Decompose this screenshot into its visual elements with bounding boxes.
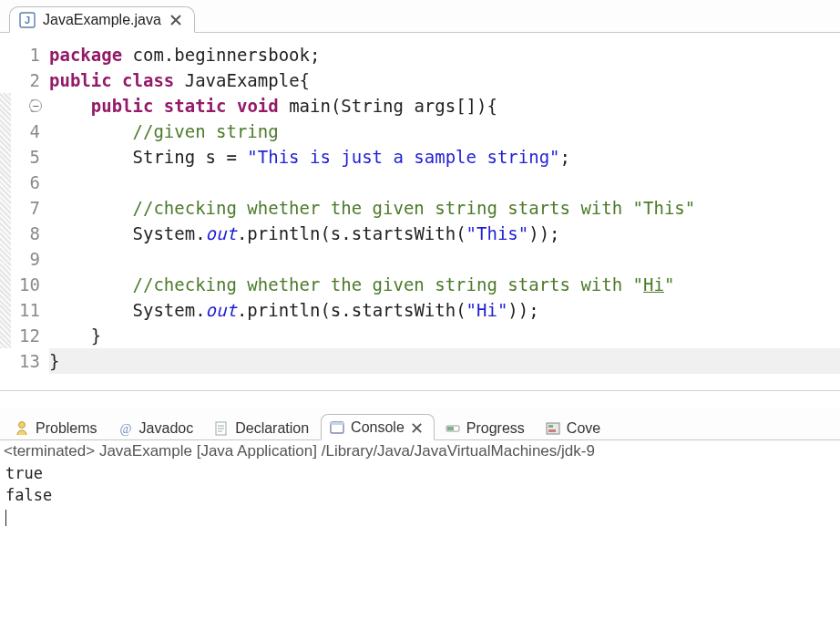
console-icon bbox=[329, 419, 345, 436]
code-line[interactable]: String s = "This is just a sample string… bbox=[49, 144, 840, 170]
editor-tab-javaexample[interactable]: J JavaExample.java bbox=[9, 6, 195, 33]
line-number: 11 bbox=[0, 297, 40, 323]
editor-tab-label: JavaExample.java bbox=[43, 12, 161, 28]
console-line: true bbox=[5, 462, 835, 484]
bottom-tab-bar: Problems@JavadocDeclarationConsoleProgre… bbox=[0, 408, 840, 440]
bottom-tab-label: Problems bbox=[36, 420, 97, 437]
code-content[interactable]: package com.beginnersbook;public class J… bbox=[49, 42, 840, 374]
line-number: 3− bbox=[0, 93, 40, 119]
line-number: 12 bbox=[0, 323, 40, 348]
line-number: 2 bbox=[0, 67, 40, 93]
svg-rect-11 bbox=[548, 429, 556, 432]
console-run-header: <terminated> JavaExample [Java Applicati… bbox=[0, 440, 840, 460]
line-number: 1 bbox=[0, 42, 40, 67]
editor-area: J JavaExample.java 123−45678910111213 pa… bbox=[0, 0, 840, 391]
java-file-icon: J bbox=[19, 12, 36, 28]
code-line[interactable]: } bbox=[49, 348, 840, 374]
svg-text:@: @ bbox=[119, 422, 131, 436]
line-number: 13 bbox=[0, 348, 40, 374]
code-line[interactable]: public class JavaExample{ bbox=[49, 67, 840, 93]
line-number: 7 bbox=[0, 195, 40, 221]
code-line[interactable]: //given string bbox=[49, 119, 840, 144]
bottom-panel: Problems@JavadocDeclarationConsoleProgre… bbox=[0, 408, 840, 530]
svg-text:J: J bbox=[25, 15, 30, 26]
bottom-tab-label: Console bbox=[351, 419, 405, 436]
line-number: 10 bbox=[0, 272, 40, 297]
coverage-icon bbox=[545, 420, 561, 437]
bottom-tab-console[interactable]: Console bbox=[321, 414, 435, 440]
bottom-tab-label: Cove bbox=[567, 420, 600, 437]
bottom-tab-label: Declaration bbox=[235, 420, 309, 437]
problems-icon bbox=[14, 420, 30, 437]
line-number-gutter: 123−45678910111213 bbox=[0, 42, 49, 374]
code-line[interactable] bbox=[49, 246, 840, 272]
fold-toggle-icon[interactable]: − bbox=[29, 99, 42, 112]
progress-icon bbox=[445, 420, 461, 437]
editor-tab-bar: J JavaExample.java bbox=[0, 0, 840, 33]
bottom-tab-declaration[interactable]: Declaration bbox=[205, 415, 319, 440]
console-cursor-line bbox=[5, 506, 835, 528]
bottom-tab-problems[interactable]: Problems bbox=[5, 415, 108, 440]
declaration-icon bbox=[213, 420, 230, 437]
code-line[interactable]: //checking whether the given string star… bbox=[49, 272, 840, 297]
console-line: false bbox=[5, 484, 835, 506]
code-line[interactable]: System.out.println(s.startsWith("Hi")); bbox=[49, 297, 840, 323]
bottom-tab-label: Progress bbox=[466, 420, 525, 437]
code-line[interactable]: public static void main(String args[]){ bbox=[49, 93, 840, 119]
line-number: 5 bbox=[0, 144, 40, 170]
bottom-tab-label: Javadoc bbox=[139, 420, 194, 437]
close-icon[interactable] bbox=[410, 420, 425, 435]
bottom-tab-progress[interactable]: Progress bbox=[436, 415, 535, 440]
code-editor[interactable]: 123−45678910111213 package com.beginners… bbox=[0, 33, 840, 390]
svg-rect-10 bbox=[548, 425, 553, 428]
code-line[interactable]: } bbox=[49, 323, 840, 348]
console-output[interactable]: truefalse bbox=[0, 460, 840, 530]
javadoc-icon: @ bbox=[118, 420, 134, 437]
svg-point-2 bbox=[19, 422, 26, 429]
svg-rect-6 bbox=[331, 422, 343, 425]
svg-rect-8 bbox=[447, 427, 454, 430]
bottom-tab-javadoc[interactable]: @Javadoc bbox=[109, 415, 204, 440]
line-number: 9 bbox=[0, 246, 40, 272]
close-icon[interactable] bbox=[169, 13, 183, 27]
bottom-tab-coverage[interactable]: Cove bbox=[537, 415, 610, 440]
text-cursor bbox=[5, 510, 6, 526]
line-number: 6 bbox=[0, 170, 40, 195]
line-number: 4 bbox=[0, 119, 40, 144]
code-line[interactable]: package com.beginnersbook; bbox=[49, 42, 840, 67]
code-line[interactable]: System.out.println(s.startsWith("This"))… bbox=[49, 221, 840, 246]
code-line[interactable] bbox=[49, 170, 840, 195]
line-number: 8 bbox=[0, 221, 40, 246]
svg-rect-9 bbox=[547, 423, 559, 434]
code-line[interactable]: //checking whether the given string star… bbox=[49, 195, 840, 221]
